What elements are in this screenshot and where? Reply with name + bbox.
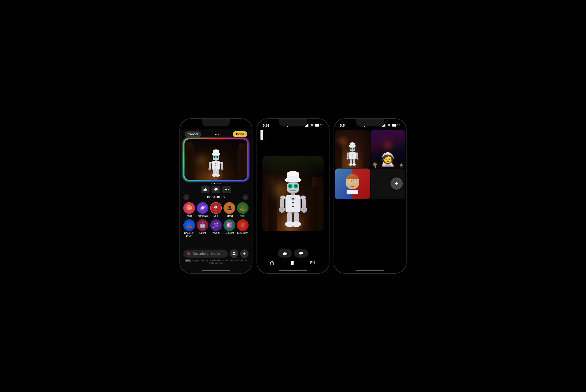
costume-farmer[interactable]: 🎩 Farmer (223, 202, 235, 218)
svg-point-5 (213, 150, 219, 152)
svg-point-20 (208, 168, 211, 170)
costumes-section: ‹ COSTUMES › 🎨 Artist 🪐 Astronaut (180, 194, 252, 248)
costumes-header: ‹ COSTUMES › (183, 194, 249, 200)
dot-1 (211, 183, 212, 184)
wifi-icon-3 (387, 124, 391, 127)
photo-bg-1 (335, 130, 370, 168)
phone-3: 5:54 (334, 118, 407, 274)
fab-add-button[interactable] (391, 178, 403, 190)
image-input-field[interactable]: Describe an image (183, 250, 228, 258)
add-button[interactable] (240, 249, 249, 258)
svg-line-34 (187, 252, 188, 253)
page-dots (180, 183, 252, 184)
costume-chef[interactable]: 🍳 Chef (210, 202, 222, 218)
costume-racecar[interactable]: 🏎️ Race Car Driver (183, 219, 195, 237)
signal-icon-2 (305, 124, 309, 127)
status-center-2 (286, 124, 289, 127)
svg-rect-40 (307, 124, 308, 127)
costume-superhero[interactable]: 🦸 Superhero (237, 219, 249, 237)
battery-2: 18 (315, 124, 323, 127)
image-preview-container (184, 139, 248, 180)
svg-point-21 (221, 168, 223, 170)
signal-icon-3 (382, 124, 386, 127)
fab-plus-icon (394, 181, 399, 186)
photo-portrait[interactable] (335, 168, 370, 199)
phone-2: 5:53 (257, 118, 329, 274)
robot-icon: 🤖 (197, 219, 208, 231)
royalty-label: Royalty (212, 232, 220, 234)
image-input-bar: Describe an image (180, 248, 252, 259)
svg-rect-19 (221, 163, 223, 168)
back-button[interactable]: ‹ (260, 130, 263, 140)
collar (347, 190, 358, 194)
photo-astronaut-volcano[interactable]: 🌴 🌴 🧑‍🚀 (371, 130, 405, 168)
svg-rect-55 (291, 193, 295, 195)
sparkle-icon (187, 252, 191, 256)
racecar-icon: 🏎️ (183, 219, 195, 231)
photo-robot-forest[interactable] (335, 130, 370, 168)
status-center-3 (363, 124, 366, 127)
phone-1: Cancel Done (179, 118, 252, 274)
plus-icon (242, 252, 246, 256)
svg-rect-96 (353, 159, 355, 164)
edit-button[interactable]: Edit (310, 261, 317, 265)
svg-rect-71 (383, 125, 384, 127)
status-time-2: 5:53 (263, 124, 269, 128)
phone2-bottom-bar: Edit (257, 258, 329, 266)
location-icon-2 (286, 124, 289, 127)
svg-point-28 (228, 189, 229, 190)
home-indicator-2 (257, 266, 329, 273)
thumbs-up-button[interactable] (201, 186, 210, 193)
svg-line-36 (189, 252, 190, 253)
status-icons-2: 18 (305, 124, 323, 127)
home-bar-3 (356, 270, 384, 271)
share-button[interactable] (269, 260, 274, 266)
done-button[interactable]: Done (233, 131, 247, 137)
svg-point-53 (295, 186, 296, 186)
next-arrow-button[interactable]: › (242, 194, 249, 200)
robot-label: Robot (199, 232, 206, 234)
svg-point-57 (292, 198, 294, 200)
photo-bg-3 (335, 168, 370, 199)
home-bar-2 (279, 270, 307, 271)
svg-point-93 (346, 157, 349, 160)
robot-thumb-1 (346, 142, 359, 168)
thumbs-down-icon-2 (299, 251, 303, 256)
costume-artist[interactable]: 🎨 Artist (183, 202, 195, 218)
svg-rect-38 (305, 126, 306, 127)
cancel-button[interactable]: Cancel (185, 131, 201, 137)
svg-point-13 (215, 163, 216, 164)
thumbs-down-button[interactable] (211, 186, 220, 193)
svg-rect-92 (356, 154, 358, 158)
more-options-button[interactable] (222, 186, 231, 193)
person-button[interactable] (230, 249, 238, 258)
svg-rect-11 (215, 160, 217, 161)
prev-arrow-button[interactable]: ‹ (183, 194, 189, 200)
dot-2 (214, 183, 215, 184)
svg-point-26 (225, 189, 226, 190)
costume-robot[interactable]: 🤖 Robot (197, 219, 209, 237)
svg-point-87 (352, 156, 353, 156)
svg-point-27 (226, 189, 227, 190)
costume-scientist[interactable]: ⚛️ Scientist (223, 219, 235, 237)
phone2-thumbs-down-button[interactable] (294, 249, 308, 258)
costume-grid-row2: 🏎️ Race Car Driver 🤖 Robot 🪄 Royalty (183, 219, 249, 237)
racecar-label: Race Car Driver (183, 232, 195, 237)
face-shape (346, 174, 359, 189)
delete-button[interactable] (290, 260, 295, 266)
phone2-thumbs-up-button[interactable] (278, 249, 292, 258)
astronaut-figure: 🧑‍🚀 (380, 153, 396, 166)
robot-chef-main (278, 170, 308, 231)
costume-hiker[interactable]: 🥾 Hiker (237, 202, 249, 218)
thumbs-bar (180, 186, 252, 193)
battery-3: 18 (392, 124, 400, 127)
battery-icon-3 (392, 124, 397, 127)
more-dots-icon (225, 189, 229, 190)
robot-chef-preview (208, 149, 224, 179)
svg-rect-95 (350, 159, 352, 164)
image-preview (184, 139, 247, 180)
astronaut-label: Astronaut (198, 214, 208, 218)
costume-astronaut[interactable]: 🪐 Astronaut (197, 202, 209, 218)
costume-royalty[interactable]: 🪄 Royalty (210, 219, 222, 237)
artist-label: Artist (187, 214, 192, 218)
